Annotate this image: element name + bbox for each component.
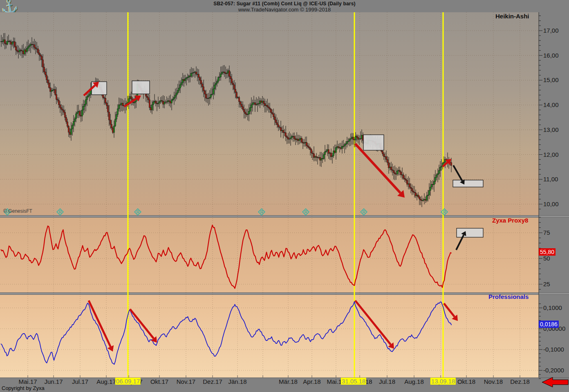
price-panel-title: Heikin-Ashi — [495, 13, 529, 20]
copyright-text: Copyright by Zyxa — [2, 385, 45, 391]
x-axis-month-label: Okt.17 — [150, 378, 168, 385]
y-axis-tick-label: 10,00 — [543, 200, 559, 207]
chart-subtitle: www.TradeNavigator.com © 1999-2018 — [0, 7, 569, 13]
y-axis-tick-label: 16,00 — [543, 52, 559, 59]
panel-divider[interactable] — [0, 215, 569, 218]
scroll-left-arrow-button[interactable] — [542, 377, 568, 387]
x-axis-month-label: Mai.18 — [327, 378, 345, 385]
x-axis-month-label: Sep.18 — [431, 378, 450, 385]
x-axis-month-label: Jun.18 — [354, 378, 372, 385]
chart-title-bar: SB2-057: Sugar #11 (Comb) Cont Liq @ ICE… — [0, 0, 569, 12]
x-axis-month-label: Jul.18 — [379, 378, 395, 385]
x-axis-month-label: Aug.17 — [96, 378, 116, 385]
professionals-panel-background — [0, 295, 539, 378]
x-axis-month-label: Jun.17 — [44, 378, 63, 385]
y-axis-tick-label: -0,1000 — [543, 346, 564, 353]
x-axis-month-label: Jän.18 — [228, 378, 246, 385]
y-axis-tick-label: 50 — [543, 255, 550, 262]
y-axis-tick-label: 17,00 — [543, 27, 559, 34]
proxy8-panel-title: Zyxa Proxy8 — [492, 217, 528, 224]
highlighted-date-label: 31.05.18 — [341, 378, 366, 385]
professionals-panel-title: Professionals — [488, 293, 529, 300]
x-axis-month-label: Aug.18 — [404, 378, 424, 385]
x-axis-month-label: Nov.17 — [177, 378, 195, 385]
x-axis-month-label: Sep.17 — [123, 378, 143, 385]
x-axis-month-label: Dez.17 — [203, 378, 222, 385]
y-axis-tick-label: 0,1000 — [543, 304, 562, 311]
y-axis-tick-label: -0,2000 — [543, 367, 564, 374]
y-axis-tick-label: 14,00 — [543, 101, 559, 108]
y-axis-tick-label: 12,00 — [543, 151, 559, 158]
professionals-last-value-badge: 0,0186 — [539, 321, 559, 328]
x-axis-month-label: Mai.17 — [18, 378, 37, 385]
y-axis-tick-label: 13,00 — [543, 126, 559, 133]
x-axis-month-label: Nov.18 — [484, 378, 503, 385]
genesisft-watermark: © GenesisFT — [3, 208, 32, 214]
proxy8-panel-background — [0, 218, 539, 292]
chart-title: SB2-057: Sugar #11 (Comb) Cont Liq @ ICE… — [0, 0, 569, 7]
proxy8-last-value-badge: 55,80 — [539, 248, 556, 256]
x-axis-month-label: Okt.18 — [457, 378, 475, 385]
x-axis-month-label: Jul.17 — [72, 378, 88, 385]
highlighted-date-label: 06.09.17 — [115, 378, 141, 385]
y-axis-tick-label: 75 — [543, 229, 550, 236]
y-axis-tick-label: 15,00 — [543, 76, 559, 83]
panel-divider[interactable] — [0, 292, 569, 295]
x-axis-month-label: Dez.18 — [510, 378, 530, 385]
y-axis-tick-label: 11,00 — [543, 176, 558, 183]
trade-navigator-window: SB2-057: Sugar #11 (Comb) Cont Liq @ ICE… — [0, 0, 569, 392]
price-panel-background — [0, 12, 539, 215]
y-axis-tick-label: 25 — [543, 281, 550, 287]
highlighted-date-label: 13.09.18 — [430, 378, 456, 385]
x-axis-month-label: Apr.18 — [303, 378, 320, 385]
x-axis-month-label: Mär.18 — [279, 378, 298, 385]
